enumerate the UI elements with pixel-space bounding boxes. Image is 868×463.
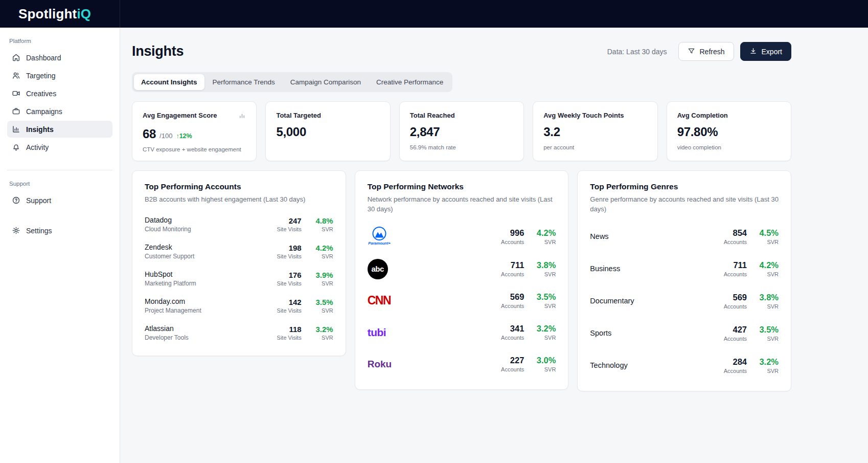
tab-creative-performance[interactable]: Creative Performance [369, 74, 450, 90]
svr-label: SVR [756, 368, 779, 374]
sidebar-item-support[interactable]: Support [7, 192, 112, 209]
svr-label: SVR [756, 239, 779, 245]
accounts-value: 569 [492, 292, 524, 302]
card-subtitle: Network performance by accounts reached … [368, 195, 556, 214]
export-button-label: Export [762, 48, 782, 55]
site-visits-label: Site Visits [270, 307, 302, 314]
insights-tabs: Account Insights Performance Trends Camp… [132, 72, 452, 92]
sidebar-item-targeting[interactable]: Targeting [7, 67, 112, 84]
sidebar-item-activity[interactable]: Activity [7, 139, 112, 156]
site-visits-label: Site Visits [270, 253, 302, 259]
accounts-label: Accounts [715, 271, 747, 277]
site-visits-value: 198 [270, 244, 302, 252]
refresh-button[interactable]: Refresh [678, 42, 734, 61]
genre-name: Sports [590, 329, 611, 337]
svr-value: 4.8% [311, 216, 333, 225]
site-visits-value: 118 [270, 325, 302, 334]
accounts-label: Accounts [715, 303, 747, 310]
topbar: SpotlightiQ [0, 0, 868, 28]
accounts-value: 854 [715, 228, 747, 238]
sidebar-item-label: Dashboard [26, 54, 61, 62]
sidebar-item-creatives[interactable]: Creatives [7, 85, 112, 102]
account-category: Project Management [145, 307, 201, 314]
refresh-button-label: Refresh [700, 48, 725, 55]
svr-label: SVR [311, 226, 333, 232]
accounts-label: Accounts [492, 239, 524, 245]
svr-label: SVR [533, 366, 556, 372]
accounts-value: 711 [715, 260, 747, 270]
site-visits-label: Site Visits [270, 280, 302, 286]
page-title: Insights [132, 43, 184, 59]
sidebar-item-label: Settings [26, 227, 52, 235]
card-subtitle: Genre performance by accounts reached an… [590, 195, 779, 214]
svr-label: SVR [533, 303, 556, 309]
tab-account-insights[interactable]: Account Insights [134, 74, 204, 90]
tab-performance-trends[interactable]: Performance Trends [205, 74, 282, 90]
svr-value: 3.8% [533, 260, 556, 270]
page-header: Insights Data: Last 30 days Refresh Expo… [132, 42, 791, 61]
sidebar-item-label: Support [26, 196, 51, 205]
card-title: Top Performing Genres [590, 182, 779, 191]
data-range-label: Data: Last 30 days [607, 48, 667, 56]
svr-value: 4.2% [533, 228, 556, 238]
brand-logo[interactable]: SpotlightiQ [0, 0, 120, 28]
genre-row: Business 711 Accounts 4.2% SVR [590, 253, 779, 285]
account-row: Monday.com Project Management 142 Site V… [145, 292, 333, 319]
cnn-logo: CNN [368, 294, 391, 307]
accounts-label: Accounts [715, 368, 747, 374]
svr-label: SVR [311, 280, 333, 286]
network-row: CNN 569 Accounts 3.5% SVR [368, 285, 556, 317]
svr-value: 3.5% [533, 292, 556, 302]
top-genres-card: Top Performing Genres Genre performance … [577, 170, 791, 391]
accounts-value: 284 [715, 357, 747, 367]
network-row: Roku 227 Accounts 3.0% SVR [368, 348, 556, 380]
svr-value: 3.2% [311, 325, 333, 334]
sidebar-item-campaigns[interactable]: Campaigns [7, 103, 112, 120]
kpi-title: Avg Engagement Score [143, 112, 217, 119]
sidebar-item-label: Targeting [26, 72, 56, 80]
kpi-card-total-targeted: Total Targeted 5,000 [265, 101, 390, 161]
kpi-value: 68 [143, 127, 156, 141]
accounts-label: Accounts [492, 335, 524, 341]
home-icon [12, 53, 20, 62]
kpi-suffix: /100 [159, 132, 172, 140]
kpi-subtext: CTV exposure + website engagement [143, 146, 246, 152]
site-visits-value: 142 [270, 298, 302, 306]
account-row: HubSpot Marketing Platform 176 Site Visi… [145, 265, 333, 292]
account-category: Developer Tools [145, 334, 189, 341]
network-row: tubi 341 Accounts 3.2% SVR [368, 317, 556, 348]
kpi-title: Total Targeted [276, 112, 321, 119]
account-name: Datadog [145, 216, 191, 224]
account-row: Atlassian Developer Tools 118 Site Visit… [145, 319, 333, 346]
accounts-value: 996 [492, 228, 524, 238]
main-content: Insights Data: Last 30 days Refresh Expo… [120, 28, 868, 463]
svr-label: SVR [533, 239, 556, 245]
kpi-card-total-reached: Total Reached 2,847 56.9% match rate [399, 101, 524, 161]
svr-value: 3.5% [756, 325, 779, 335]
svr-label: SVR [533, 271, 556, 277]
sidebar-divider [7, 170, 112, 170]
mini-bar-chart-icon [238, 112, 246, 121]
header-actions: Data: Last 30 days Refresh Export [607, 42, 791, 61]
accounts-value: 341 [492, 324, 524, 334]
kpi-title: Total Reached [410, 112, 455, 119]
tab-campaign-comparison[interactable]: Campaign Comparison [283, 74, 368, 90]
svr-value: 3.5% [311, 298, 333, 306]
svr-label: SVR [311, 253, 333, 259]
sidebar-item-dashboard[interactable]: Dashboard [7, 49, 112, 66]
filter-icon [688, 47, 695, 56]
sidebar-item-insights[interactable]: Insights [7, 121, 112, 138]
account-name: Atlassian [145, 324, 189, 333]
svr-label: SVR [311, 307, 333, 314]
account-name: Zendesk [145, 243, 194, 251]
sidebar-item-settings[interactable]: Settings [7, 222, 112, 239]
kpi-delta: ↑12% [176, 133, 192, 140]
network-row: abc 711 Accounts 3.8% SVR [368, 253, 556, 285]
accounts-label: Accounts [492, 271, 524, 277]
account-name: HubSpot [145, 270, 196, 278]
genre-row: News 854 Accounts 4.5% SVR [590, 221, 779, 253]
network-row: Paramount+ 996 Accounts 4.2% SVR [368, 221, 556, 253]
top-networks-card: Top Performing Networks Network performa… [355, 170, 569, 390]
export-button[interactable]: Export [740, 42, 791, 61]
site-visits-label: Site Visits [270, 226, 302, 232]
